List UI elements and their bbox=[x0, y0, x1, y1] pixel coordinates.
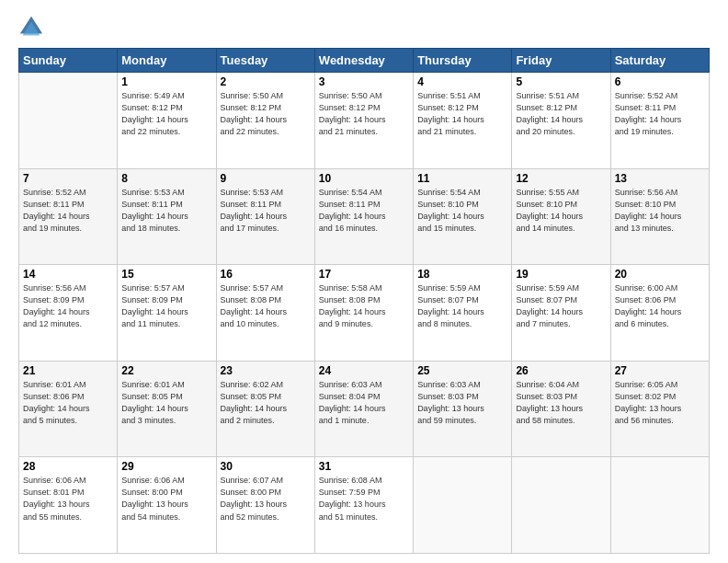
calendar-day-20: 20Sunrise: 6:00 AM Sunset: 8:06 PM Dayli… bbox=[610, 265, 709, 362]
calendar-day-27: 27Sunrise: 6:05 AM Sunset: 8:02 PM Dayli… bbox=[610, 361, 709, 457]
day-number: 15 bbox=[121, 268, 211, 281]
calendar-day-2: 2Sunrise: 5:50 AM Sunset: 8:12 PM Daylig… bbox=[216, 73, 314, 169]
calendar-day-31: 31Sunrise: 6:08 AM Sunset: 7:59 PM Dayli… bbox=[314, 457, 413, 554]
calendar-day-9: 9Sunrise: 5:53 AM Sunset: 8:11 PM Daylig… bbox=[216, 168, 314, 265]
calendar-day-17: 17Sunrise: 5:58 AM Sunset: 8:08 PM Dayli… bbox=[314, 265, 413, 362]
day-info: Sunrise: 5:59 AM Sunset: 8:07 PM Dayligh… bbox=[516, 282, 606, 330]
day-info: Sunrise: 6:05 AM Sunset: 8:02 PM Dayligh… bbox=[615, 379, 705, 427]
day-number: 25 bbox=[417, 364, 507, 377]
day-number: 13 bbox=[615, 172, 705, 185]
calendar-day-25: 25Sunrise: 6:03 AM Sunset: 8:03 PM Dayli… bbox=[414, 361, 512, 457]
weekday-header-tuesday: Tuesday bbox=[216, 49, 314, 73]
calendar-day-18: 18Sunrise: 5:59 AM Sunset: 8:07 PM Dayli… bbox=[414, 265, 512, 362]
calendar-day-12: 12Sunrise: 5:55 AM Sunset: 8:10 PM Dayli… bbox=[512, 168, 610, 265]
weekday-header-friday: Friday bbox=[512, 49, 610, 73]
calendar-week-4: 21Sunrise: 6:01 AM Sunset: 8:06 PM Dayli… bbox=[19, 361, 710, 457]
calendar-day-21: 21Sunrise: 6:01 AM Sunset: 8:06 PM Dayli… bbox=[19, 361, 118, 457]
calendar-day-1: 1Sunrise: 5:49 AM Sunset: 8:12 PM Daylig… bbox=[118, 73, 216, 169]
weekday-header-wednesday: Wednesday bbox=[314, 49, 413, 73]
calendar-day-empty bbox=[512, 457, 610, 554]
weekday-header-sunday: Sunday bbox=[19, 49, 118, 73]
calendar-day-empty bbox=[610, 457, 709, 554]
day-info: Sunrise: 6:08 AM Sunset: 7:59 PM Dayligh… bbox=[319, 475, 409, 523]
calendar-day-5: 5Sunrise: 5:51 AM Sunset: 8:12 PM Daylig… bbox=[512, 73, 610, 169]
calendar-day-3: 3Sunrise: 5:50 AM Sunset: 8:12 PM Daylig… bbox=[314, 73, 413, 169]
calendar-day-24: 24Sunrise: 6:03 AM Sunset: 8:04 PM Dayli… bbox=[314, 361, 413, 457]
weekday-header-thursday: Thursday bbox=[414, 49, 512, 73]
day-number: 24 bbox=[319, 364, 409, 377]
day-info: Sunrise: 6:00 AM Sunset: 8:06 PM Dayligh… bbox=[615, 282, 705, 330]
logo bbox=[18, 15, 48, 40]
day-number: 27 bbox=[615, 364, 705, 377]
day-number: 16 bbox=[221, 268, 311, 281]
calendar-day-4: 4Sunrise: 5:51 AM Sunset: 8:12 PM Daylig… bbox=[414, 73, 512, 169]
calendar-day-28: 28Sunrise: 6:06 AM Sunset: 8:01 PM Dayli… bbox=[19, 457, 118, 554]
day-number: 22 bbox=[121, 364, 211, 377]
day-number: 18 bbox=[417, 268, 507, 281]
day-info: Sunrise: 5:49 AM Sunset: 8:12 PM Dayligh… bbox=[121, 90, 211, 138]
day-info: Sunrise: 6:02 AM Sunset: 8:05 PM Dayligh… bbox=[221, 379, 311, 427]
day-info: Sunrise: 6:04 AM Sunset: 8:03 PM Dayligh… bbox=[516, 379, 606, 427]
day-info: Sunrise: 5:56 AM Sunset: 8:09 PM Dayligh… bbox=[23, 282, 113, 330]
day-info: Sunrise: 6:01 AM Sunset: 8:06 PM Dayligh… bbox=[23, 379, 113, 427]
weekday-header-saturday: Saturday bbox=[610, 49, 709, 73]
day-info: Sunrise: 5:52 AM Sunset: 8:11 PM Dayligh… bbox=[615, 90, 705, 138]
day-info: Sunrise: 5:51 AM Sunset: 8:12 PM Dayligh… bbox=[417, 90, 507, 138]
day-info: Sunrise: 5:53 AM Sunset: 8:11 PM Dayligh… bbox=[121, 187, 211, 235]
day-info: Sunrise: 5:59 AM Sunset: 8:07 PM Dayligh… bbox=[417, 282, 507, 330]
day-number: 19 bbox=[516, 268, 606, 281]
day-number: 4 bbox=[417, 75, 507, 88]
day-info: Sunrise: 6:06 AM Sunset: 8:00 PM Dayligh… bbox=[121, 475, 211, 523]
day-info: Sunrise: 6:03 AM Sunset: 8:04 PM Dayligh… bbox=[319, 379, 409, 427]
logo-icon bbox=[18, 15, 44, 40]
day-info: Sunrise: 5:56 AM Sunset: 8:10 PM Dayligh… bbox=[615, 187, 705, 235]
day-info: Sunrise: 5:52 AM Sunset: 8:11 PM Dayligh… bbox=[23, 187, 113, 235]
day-number: 12 bbox=[516, 172, 606, 185]
calendar-page: SundayMondayTuesdayWednesdayThursdayFrid… bbox=[0, 0, 728, 563]
day-info: Sunrise: 5:53 AM Sunset: 8:11 PM Dayligh… bbox=[221, 187, 311, 235]
day-info: Sunrise: 5:50 AM Sunset: 8:12 PM Dayligh… bbox=[319, 90, 409, 138]
calendar-day-14: 14Sunrise: 5:56 AM Sunset: 8:09 PM Dayli… bbox=[19, 265, 118, 362]
calendar-day-11: 11Sunrise: 5:54 AM Sunset: 8:10 PM Dayli… bbox=[414, 168, 512, 265]
day-number: 10 bbox=[319, 172, 409, 185]
day-info: Sunrise: 5:50 AM Sunset: 8:12 PM Dayligh… bbox=[221, 90, 311, 138]
day-number: 8 bbox=[121, 172, 211, 185]
day-info: Sunrise: 5:54 AM Sunset: 8:10 PM Dayligh… bbox=[417, 187, 507, 235]
calendar-week-3: 14Sunrise: 5:56 AM Sunset: 8:09 PM Dayli… bbox=[19, 265, 710, 362]
calendar-day-26: 26Sunrise: 6:04 AM Sunset: 8:03 PM Dayli… bbox=[512, 361, 610, 457]
calendar-week-2: 7Sunrise: 5:52 AM Sunset: 8:11 PM Daylig… bbox=[19, 168, 710, 265]
day-info: Sunrise: 6:03 AM Sunset: 8:03 PM Dayligh… bbox=[417, 379, 507, 427]
calendar-day-22: 22Sunrise: 6:01 AM Sunset: 8:05 PM Dayli… bbox=[118, 361, 216, 457]
calendar-day-16: 16Sunrise: 5:57 AM Sunset: 8:08 PM Dayli… bbox=[216, 265, 314, 362]
weekday-header-monday: Monday bbox=[118, 49, 216, 73]
calendar-day-empty bbox=[414, 457, 512, 554]
day-number: 3 bbox=[319, 75, 409, 88]
day-number: 6 bbox=[615, 75, 705, 88]
day-number: 5 bbox=[516, 75, 606, 88]
day-info: Sunrise: 5:55 AM Sunset: 8:10 PM Dayligh… bbox=[516, 187, 606, 235]
day-info: Sunrise: 5:57 AM Sunset: 8:08 PM Dayligh… bbox=[221, 282, 311, 330]
calendar-day-19: 19Sunrise: 5:59 AM Sunset: 8:07 PM Dayli… bbox=[512, 265, 610, 362]
day-number: 21 bbox=[23, 364, 113, 377]
day-info: Sunrise: 5:58 AM Sunset: 8:08 PM Dayligh… bbox=[319, 282, 409, 330]
calendar-day-13: 13Sunrise: 5:56 AM Sunset: 8:10 PM Dayli… bbox=[610, 168, 709, 265]
calendar-week-5: 28Sunrise: 6:06 AM Sunset: 8:01 PM Dayli… bbox=[19, 457, 710, 554]
day-number: 31 bbox=[319, 460, 409, 473]
calendar-day-8: 8Sunrise: 5:53 AM Sunset: 8:11 PM Daylig… bbox=[118, 168, 216, 265]
day-number: 20 bbox=[615, 268, 705, 281]
day-number: 26 bbox=[516, 364, 606, 377]
day-info: Sunrise: 6:01 AM Sunset: 8:05 PM Dayligh… bbox=[121, 379, 211, 427]
day-number: 9 bbox=[221, 172, 311, 185]
calendar-table: SundayMondayTuesdayWednesdayThursdayFrid… bbox=[18, 48, 710, 554]
day-number: 29 bbox=[121, 460, 211, 473]
weekday-header-row: SundayMondayTuesdayWednesdayThursdayFrid… bbox=[19, 49, 710, 73]
calendar-day-15: 15Sunrise: 5:57 AM Sunset: 8:09 PM Dayli… bbox=[118, 265, 216, 362]
day-number: 17 bbox=[319, 268, 409, 281]
day-number: 30 bbox=[221, 460, 311, 473]
calendar-day-6: 6Sunrise: 5:52 AM Sunset: 8:11 PM Daylig… bbox=[610, 73, 709, 169]
day-number: 2 bbox=[221, 75, 311, 88]
calendar-week-1: 1Sunrise: 5:49 AM Sunset: 8:12 PM Daylig… bbox=[19, 73, 710, 169]
day-number: 23 bbox=[221, 364, 311, 377]
day-number: 1 bbox=[121, 75, 211, 88]
calendar-day-30: 30Sunrise: 6:07 AM Sunset: 8:00 PM Dayli… bbox=[216, 457, 314, 554]
